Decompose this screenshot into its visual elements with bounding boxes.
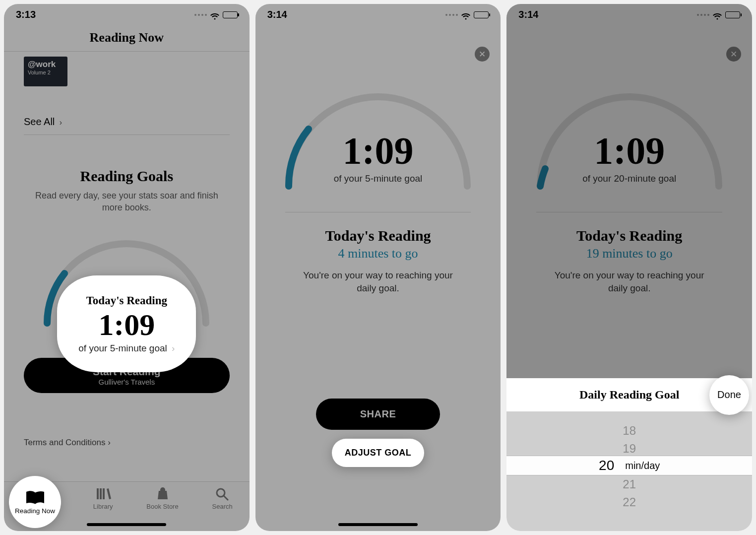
see-all-label: See All <box>24 116 55 127</box>
reading-goals-subtitle: Read every day, see your stats soar and … <box>32 190 222 214</box>
share-button[interactable]: SHARE <box>316 399 440 430</box>
wifi-icon <box>712 11 722 18</box>
done-label: Done <box>717 389 741 401</box>
status-right <box>697 11 740 18</box>
todays-reading-card[interactable]: Today's Reading 1:09 of your 5-minute go… <box>57 275 196 372</box>
tab-label: Reading Now <box>15 507 55 515</box>
terms-label: Terms and Conditions <box>24 438 105 447</box>
home-indicator[interactable] <box>338 523 418 526</box>
battery-icon <box>223 11 238 18</box>
page-title: Reading Now <box>4 22 250 51</box>
tab-search[interactable]: Search <box>212 487 233 510</box>
book-thumbnail[interactable]: @work Volume 2 <box>24 57 67 86</box>
screenshot-3-daily-goal-picker: 3:14 ✕ 1:09 of your 20-minute goal Today… <box>506 4 752 531</box>
status-right <box>445 11 489 18</box>
cellular-icon <box>194 14 207 16</box>
progress-arc <box>255 77 501 216</box>
highlight-reading-now-tab[interactable]: Reading Now <box>9 476 61 528</box>
daily-goal-sheet: Daily Reading Goal Done 18 19 - 21 22 20… <box>506 378 752 531</box>
status-time: 3:14 <box>518 9 538 20</box>
adjust-goal-label: ADJUST GOAL <box>345 448 412 458</box>
battery-icon <box>725 11 740 18</box>
close-icon: ✕ <box>479 49 486 60</box>
cellular-icon <box>445 14 458 16</box>
start-reading-subtitle: Gulliver's Travels <box>24 378 230 386</box>
status-right <box>194 11 238 18</box>
divider <box>4 51 250 52</box>
picker-selected: 20 min/day <box>506 456 752 475</box>
screenshot-2-goal-detail: 3:14 ✕ 1:09 of your 5-minute goal Today'… <box>255 4 501 531</box>
home-indicator[interactable] <box>87 523 166 526</box>
status-bar: 3:14 <box>506 4 752 22</box>
chevron-right-icon: › <box>60 118 62 127</box>
close-button[interactable]: ✕ <box>475 47 490 62</box>
chevron-right-icon: › <box>172 343 175 353</box>
book-thumb-subtitle: Volume 2 <box>28 69 63 75</box>
close-button[interactable]: ✕ <box>726 47 741 62</box>
reading-goals-header: Reading Goals <box>4 168 250 185</box>
wifi-icon <box>210 11 220 18</box>
picker-selected-value: 20 <box>599 458 614 473</box>
adjust-goal-button[interactable]: ADJUST GOAL <box>332 439 424 467</box>
chevron-right-icon: › <box>108 438 111 447</box>
sheet-header: Daily Reading Goal Done <box>506 378 752 412</box>
status-time: 3:14 <box>267 9 287 20</box>
tab-book-store[interactable]: Book Store <box>146 487 178 510</box>
library-icon <box>95 487 112 501</box>
screenshot-1-reading-now: 3:13 Reading Now @work Volume 2 See All … <box>4 4 250 531</box>
share-label: SHARE <box>360 408 396 419</box>
bag-icon <box>154 487 171 501</box>
divider <box>24 134 230 135</box>
book-thumb-title: @work <box>28 60 63 69</box>
minutes-picker[interactable]: 18 19 - 21 22 20 min/day <box>506 412 752 531</box>
card-time: 1:09 <box>99 309 155 340</box>
picker-option[interactable]: 22 <box>623 493 636 511</box>
book-open-icon <box>25 489 45 505</box>
tab-library[interactable]: Library <box>93 487 113 510</box>
wifi-icon <box>461 11 471 18</box>
search-icon <box>214 487 231 501</box>
tab-label: Book Store <box>146 503 178 510</box>
done-button[interactable]: Done <box>709 375 749 415</box>
status-bar: 3:14 <box>255 4 501 22</box>
todays-reading-header: Today's Reading <box>506 227 752 244</box>
terms-link[interactable]: Terms and Conditions › <box>24 438 230 448</box>
minutes-to-go: 19 minutes to go <box>506 246 752 261</box>
picker-option[interactable]: 18 <box>623 422 636 440</box>
progress-arc <box>506 77 752 216</box>
minutes-to-go: 4 minutes to go <box>255 246 501 261</box>
encouragement-text: You're on your way to reaching your dail… <box>295 269 461 294</box>
close-icon: ✕ <box>730 49 737 60</box>
encouragement-text: You're on your way to reaching your dail… <box>546 269 712 294</box>
card-goal-label: of your 5-minute goal › <box>78 343 175 354</box>
cellular-icon <box>697 14 709 16</box>
picker-option[interactable]: 19 <box>623 440 636 458</box>
tab-label: Search <box>212 503 233 510</box>
todays-reading-header: Today's Reading <box>255 227 501 244</box>
picker-option[interactable]: 21 <box>623 475 636 493</box>
status-time: 3:13 <box>16 9 36 20</box>
picker-unit: min/day <box>625 460 660 471</box>
battery-icon <box>474 11 489 18</box>
tab-label: Library <box>93 503 113 510</box>
sheet-title: Daily Reading Goal <box>579 388 679 401</box>
card-today-label: Today's Reading <box>86 294 167 307</box>
status-bar: 3:13 <box>4 4 250 22</box>
see-all-link[interactable]: See All › <box>24 116 230 128</box>
